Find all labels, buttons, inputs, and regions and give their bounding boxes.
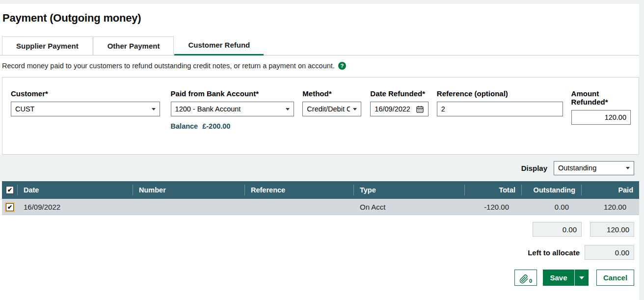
tab-other-payment[interactable]: Other Payment xyxy=(93,36,174,55)
chevron-down-icon xyxy=(579,276,584,279)
tab-label: Other Payment xyxy=(107,42,160,50)
column-header-date[interactable]: Date xyxy=(18,185,133,195)
right-margin-strip xyxy=(639,0,644,300)
reference-input-wrap xyxy=(437,102,563,116)
row-checkbox[interactable] xyxy=(6,203,14,211)
balance-value: £-200.00 xyxy=(202,122,230,130)
page-title: Payment (Outgoing money) xyxy=(2,12,639,25)
reference-input[interactable] xyxy=(441,105,559,113)
row-total: -120.00 xyxy=(465,203,522,211)
column-header-total[interactable]: Total xyxy=(465,185,522,195)
top-margin-strip xyxy=(0,0,644,4)
paperclip-icon xyxy=(519,274,529,284)
method-value: Credit/Debit Card xyxy=(307,105,350,113)
row-date: 16/09/2022 xyxy=(18,203,133,211)
column-header-paid[interactable]: Paid xyxy=(582,185,639,195)
chevron-down-icon xyxy=(353,108,357,110)
chevron-down-icon xyxy=(152,108,156,110)
column-header-number[interactable]: Number xyxy=(133,185,245,195)
action-buttons: 0 Save Cancel xyxy=(514,270,634,286)
select-all-checkbox[interactable] xyxy=(6,186,14,194)
cancel-button[interactable]: Cancel xyxy=(596,270,634,286)
bank-balance: Balance £-200.00 xyxy=(171,122,295,130)
refund-form-panel: Customer* CUST Paid from Bank Account* 1… xyxy=(2,77,639,155)
description-text: Record money paid to your customers to r… xyxy=(2,62,335,70)
left-to-allocate-row: Left to allocate 0.00 xyxy=(528,245,634,260)
method-field: Method* Credit/Debit Card xyxy=(302,89,361,154)
left-to-allocate-label: Left to allocate xyxy=(528,248,580,257)
paid-total-box: 120.00 xyxy=(590,222,634,237)
row-outstanding: 0.00 xyxy=(522,203,582,211)
save-options-button[interactable] xyxy=(574,270,589,286)
display-filter-value: Outstanding xyxy=(558,164,596,172)
display-filter-bar: Display Outstanding xyxy=(0,155,639,181)
amount-refunded-input-wrap xyxy=(571,110,631,125)
outstanding-total-box: 0.00 xyxy=(533,222,582,237)
tab-customer-refund[interactable]: Customer Refund xyxy=(174,36,264,55)
tab-description: Record money paid to your customers to r… xyxy=(2,62,639,70)
bank-account-value: 1200 - Bank Account xyxy=(175,105,241,113)
column-totals: 0.00 120.00 xyxy=(533,222,634,237)
row-paid[interactable]: 120.00 xyxy=(582,203,639,211)
date-refunded-value[interactable] xyxy=(375,105,413,113)
left-to-allocate-value: 0.00 xyxy=(585,245,634,260)
customer-field: Customer* CUST xyxy=(11,89,160,154)
attachment-count: 0 xyxy=(529,278,532,284)
question-circle-icon[interactable]: ? xyxy=(338,62,346,70)
date-refunded-input[interactable] xyxy=(370,102,428,116)
customer-value: CUST xyxy=(15,105,34,113)
tab-bar: Supplier Payment Other Payment Customer … xyxy=(0,36,639,55)
allocation-summary: 0.00 120.00 Left to allocate 0.00 0 Save xyxy=(2,215,639,286)
table-row[interactable]: 16/09/2022 On Acct -120.00 0.00 120.00 xyxy=(2,199,639,215)
amount-refunded-label: Amount Refunded* xyxy=(571,89,631,106)
reference-field: Reference (optional) xyxy=(437,89,563,154)
customer-select[interactable]: CUST xyxy=(11,102,160,116)
bank-account-label: Paid from Bank Account* xyxy=(171,89,295,98)
column-header-type[interactable]: Type xyxy=(354,185,465,195)
bank-account-select[interactable]: 1200 - Bank Account xyxy=(171,102,295,116)
column-header-reference[interactable]: Reference xyxy=(245,185,354,195)
save-button[interactable]: Save xyxy=(543,270,574,286)
method-select[interactable]: Credit/Debit Card xyxy=(302,102,361,116)
attachments-button[interactable]: 0 xyxy=(514,270,537,286)
chevron-down-icon xyxy=(286,108,290,110)
save-split-button: Save xyxy=(543,270,589,286)
calendar-icon[interactable] xyxy=(416,105,424,113)
display-filter-select[interactable]: Outstanding xyxy=(554,161,634,175)
bank-account-field: Paid from Bank Account* 1200 - Bank Acco… xyxy=(171,89,295,154)
chevron-down-icon xyxy=(626,167,630,169)
tab-supplier-payment[interactable]: Supplier Payment xyxy=(2,36,93,55)
balance-label: Balance xyxy=(171,122,198,130)
payment-page: Payment (Outgoing money) Supplier Paymen… xyxy=(2,12,639,286)
reference-label: Reference (optional) xyxy=(437,89,563,98)
date-refunded-label: Date Refunded* xyxy=(370,89,428,98)
display-label: Display xyxy=(521,164,547,172)
amount-refunded-input[interactable] xyxy=(576,113,626,121)
method-label: Method* xyxy=(302,89,361,98)
column-header-outstanding[interactable]: Outstanding xyxy=(522,185,582,195)
table-header: Date Number Reference Type Total Outstan… xyxy=(2,181,639,199)
tab-label: Supplier Payment xyxy=(16,42,79,50)
customer-label: Customer* xyxy=(11,89,160,98)
tab-label: Customer Refund xyxy=(188,41,250,49)
amount-refunded-field: Amount Refunded* xyxy=(571,89,631,154)
date-refunded-field: Date Refunded* xyxy=(370,89,428,154)
allocation-table: Date Number Reference Type Total Outstan… xyxy=(2,181,639,215)
row-type: On Acct xyxy=(354,203,465,211)
